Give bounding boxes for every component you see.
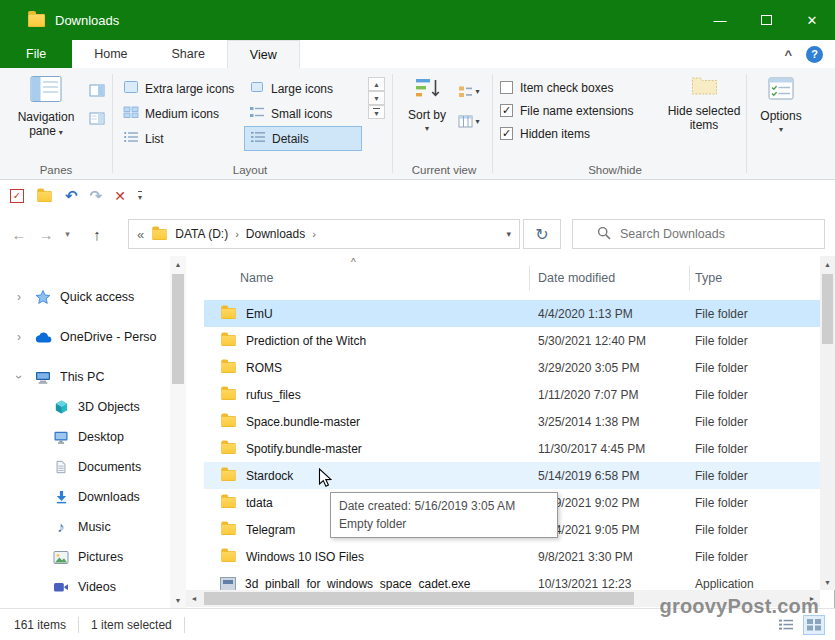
sidebar-item-desktop[interactable]: Desktop xyxy=(0,422,170,452)
redo-icon[interactable]: ↷ xyxy=(90,187,103,205)
breadcrumb-separator-icon[interactable]: › xyxy=(312,228,316,240)
sidebar-item-3d-objects[interactable]: 3D Objects xyxy=(0,392,170,422)
file-name-extensions-checkbox[interactable]: ✓ File name extensions xyxy=(500,99,633,122)
delete-icon[interactable]: ✕ xyxy=(114,188,126,204)
navigation-pane-scrollbar[interactable]: ▲ ▼ xyxy=(170,256,186,608)
sidebar-item-this-pc[interactable]: › This PC xyxy=(0,362,170,392)
scrollbar-thumb[interactable] xyxy=(204,592,634,605)
tab-share[interactable]: Share xyxy=(150,40,227,68)
sidebar-item-documents[interactable]: Documents xyxy=(0,452,170,482)
item-checkbox-qat-icon[interactable]: ✓ xyxy=(10,189,24,203)
breadcrumb-segment-downloads[interactable]: Downloads xyxy=(246,227,305,241)
undo-icon[interactable]: ↶ xyxy=(65,187,78,205)
navigation-pane-button[interactable]: Navigation pane▾ xyxy=(8,75,84,140)
breadcrumb-segment-drive[interactable]: DATA (D:) xyxy=(175,227,228,241)
file-row-prediction-of-the-witch[interactable]: Prediction of the Witch 5/30/2021 12:40 … xyxy=(204,327,820,354)
file-row-rufus-files[interactable]: rufus_files 1/11/2020 7:07 PM File folde… xyxy=(204,381,820,408)
documents-icon xyxy=(52,459,70,475)
sidebar-item-music[interactable]: ♪ Music xyxy=(0,512,170,542)
sidebar-item-quick-access[interactable]: › Quick access xyxy=(0,282,170,312)
file-type: File folder xyxy=(695,469,748,483)
details-pane-button[interactable] xyxy=(86,108,108,128)
file-row-emu[interactable]: EmU 4/4/2020 1:13 PM File folder xyxy=(204,300,820,327)
file-type: File folder xyxy=(695,361,748,375)
layout-option-medium-icons[interactable]: Medium icons xyxy=(118,101,244,126)
layout-option-list[interactable]: List xyxy=(118,126,244,151)
file-row-spotify-bundle-master[interactable]: Spotify.bundle-master 11/30/2017 4:45 PM… xyxy=(204,435,820,462)
search-box[interactable] xyxy=(572,219,825,249)
file-date: 11/30/2017 4:45 PM xyxy=(538,442,645,456)
gallery-scroll-up-button[interactable]: ▲ xyxy=(368,77,385,91)
ribbon-collapse-icon[interactable]: ^ xyxy=(784,47,792,62)
layout-option-large-icons[interactable]: Large icons xyxy=(244,76,362,101)
scrollbar-thumb[interactable] xyxy=(172,274,184,384)
watermark: groovyPost.com xyxy=(660,595,820,618)
sort-by-button[interactable]: Sort by ▾ xyxy=(400,75,454,136)
hide-selected-items-button[interactable]: Hide selected items xyxy=(666,75,742,132)
folder-icon xyxy=(221,470,235,481)
scroll-down-icon[interactable]: ▼ xyxy=(820,574,835,590)
onedrive-cloud-icon xyxy=(34,331,52,344)
item-check-boxes-checkbox[interactable]: Item check boxes xyxy=(500,76,633,99)
refresh-button[interactable]: ↻ xyxy=(523,219,561,249)
file-row-space-bundle-master[interactable]: Space.bundle-master 3/25/2014 1:38 PM Fi… xyxy=(204,408,820,435)
customize-qat-icon[interactable]: ▾ xyxy=(138,191,142,202)
layout-option-label: List xyxy=(145,132,164,146)
file-row-roms[interactable]: ROMS 3/29/2020 3:05 PM File folder xyxy=(204,354,820,381)
layout-option-extra-large-icons[interactable]: Extra large icons xyxy=(118,76,244,101)
gallery-more-button[interactable]: ▼ xyxy=(368,105,385,119)
minimize-button[interactable]: — xyxy=(697,0,743,40)
address-bar[interactable]: « DATA (D:) › Downloads › ▾ xyxy=(128,219,520,249)
recent-locations-dropdown[interactable]: ▾ xyxy=(59,220,76,248)
item-check-boxes-label: Item check boxes xyxy=(520,81,613,95)
hidden-items-label: Hidden items xyxy=(520,127,590,141)
chevron-right-icon[interactable]: › xyxy=(17,330,21,344)
back-button[interactable]: ← xyxy=(6,220,32,248)
tab-file[interactable]: File xyxy=(0,40,72,68)
up-button[interactable]: ↑ xyxy=(84,220,110,248)
breadcrumb-overflow[interactable]: « xyxy=(137,227,144,242)
preview-pane-button[interactable] xyxy=(86,80,108,100)
file-row-windows-10-iso-files[interactable]: Windows 10 ISO Files 9/8/2021 3:30 PM Fi… xyxy=(204,543,820,570)
layout-option-details[interactable]: Details xyxy=(244,126,362,151)
chevron-right-icon[interactable]: › xyxy=(17,290,21,304)
scroll-down-icon[interactable]: ▼ xyxy=(170,592,186,608)
scroll-up-icon[interactable]: ▲ xyxy=(170,256,186,272)
address-dropdown-icon[interactable]: ▾ xyxy=(506,229,511,239)
layout-option-small-icons[interactable]: Small icons xyxy=(244,101,362,126)
sidebar-item-videos[interactable]: Videos xyxy=(0,572,170,602)
options-button[interactable]: Options ▾ xyxy=(752,75,810,137)
group-by-button[interactable]: ▾ xyxy=(458,81,480,101)
column-header-name[interactable]: ^ Name xyxy=(186,256,530,300)
forward-button[interactable]: → xyxy=(33,220,59,248)
column-header-label: Name xyxy=(240,271,273,285)
scrollbar-thumb[interactable] xyxy=(822,274,833,344)
column-header-date-modified[interactable]: Date modified xyxy=(530,256,690,300)
breadcrumb-separator-icon[interactable]: › xyxy=(235,228,239,240)
gallery-scroll-down-button[interactable]: ▼ xyxy=(368,91,385,105)
file-list-vertical-scrollbar[interactable]: ▲ ▼ xyxy=(820,256,835,590)
maximize-icon xyxy=(761,15,772,25)
downloads-icon xyxy=(52,489,70,505)
scroll-left-icon[interactable]: ◄ xyxy=(186,590,202,607)
sidebar-item-label: This PC xyxy=(60,370,104,384)
scroll-up-icon[interactable]: ▲ xyxy=(820,256,835,272)
sidebar-item-downloads[interactable]: Downloads xyxy=(0,482,170,512)
tab-home[interactable]: Home xyxy=(72,40,149,68)
maximize-button[interactable] xyxy=(743,0,789,40)
search-input[interactable] xyxy=(620,227,824,241)
chevron-expanded-icon[interactable]: › xyxy=(12,375,26,379)
checkbox-unchecked-icon xyxy=(500,81,513,94)
help-icon[interactable]: ? xyxy=(806,46,823,63)
file-row-stardock[interactable]: Stardock 5/14/2019 6:58 PM File folder xyxy=(204,462,820,489)
close-button[interactable]: ✕ xyxy=(789,0,835,40)
navigation-pane-label: Navigation pane xyxy=(18,110,75,138)
sidebar-item-onedrive[interactable]: › OneDrive - Perso xyxy=(0,322,170,352)
tab-view[interactable]: View xyxy=(227,40,300,68)
hidden-items-checkbox[interactable]: ✓ Hidden items xyxy=(500,122,633,145)
column-header-type[interactable]: Type xyxy=(690,256,820,300)
file-row-3d-pinball[interactable]: 3d_pinball_for_windows_space_cadet.exe 1… xyxy=(204,570,820,590)
new-folder-icon[interactable] xyxy=(37,190,51,201)
sidebar-item-pictures[interactable]: Pictures xyxy=(0,542,170,572)
add-columns-button[interactable]: ▾ xyxy=(458,111,480,131)
